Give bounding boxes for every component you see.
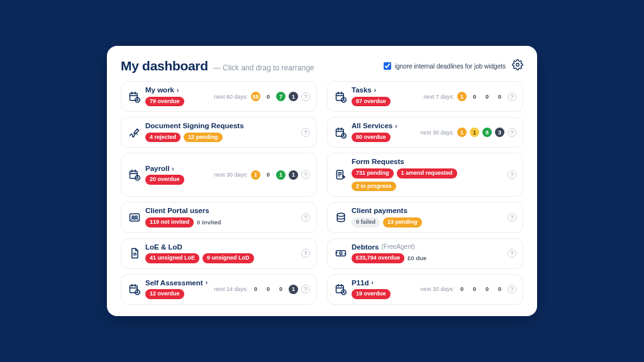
- status-pill[interactable]: 80 overdue: [352, 133, 391, 143]
- page-title: My dashboard: [121, 58, 208, 74]
- stat-chip[interactable]: 0: [495, 92, 504, 101]
- status-pill[interactable]: 13 pending: [383, 217, 422, 228]
- widget-body: My work›79 overdue: [145, 87, 210, 106]
- help-icon[interactable]: ?: [508, 249, 516, 258]
- stat-chip[interactable]: 0: [264, 170, 273, 180]
- ignore-deadlines-toggle[interactable]: ignore internal deadlines for job widget…: [384, 62, 506, 70]
- widget-pills: 87 overdue: [352, 97, 419, 107]
- ignore-deadlines-label: ignore internal deadlines for job widget…: [395, 63, 506, 70]
- widget-p11d[interactable]: P11d›19 overduenext 30 days:0000?: [327, 274, 523, 305]
- stat-chip[interactable]: 7: [276, 92, 286, 101]
- stat-chip[interactable]: 1: [251, 170, 260, 180]
- stat-chip[interactable]: 0: [470, 285, 479, 294]
- widget-loe-lod[interactable]: LoE & LoD41 unsigned LoE9 unsigned LoD?: [121, 238, 317, 269]
- status-pill[interactable]: 12 overdue: [145, 289, 184, 299]
- widget-right: ?: [508, 170, 516, 179]
- stat-chip[interactable]: 1: [289, 285, 298, 294]
- status-pill[interactable]: 0 failed: [352, 217, 380, 228]
- stat-chip[interactable]: 0: [264, 285, 273, 294]
- stat-chip[interactable]: 0: [276, 285, 286, 294]
- stat-chip[interactable]: 1: [457, 92, 467, 101]
- widget-body: All Services›80 overdue: [352, 123, 416, 142]
- widget-debtors[interactable]: Debtors(FreeAgent)£33,794 overdue£0 due?: [327, 238, 523, 269]
- stat-chip[interactable]: 0: [482, 285, 492, 294]
- widget-all-services[interactable]: All Services›80 overduenext 30 days:1183…: [327, 117, 523, 148]
- help-icon[interactable]: ?: [508, 213, 516, 222]
- help-icon[interactable]: ?: [301, 213, 310, 222]
- widget-right: next 30 days:0000?: [420, 285, 516, 294]
- help-icon[interactable]: ?: [301, 249, 310, 258]
- status-pill[interactable]: 87 overdue: [352, 97, 391, 107]
- stat-chip[interactable]: 1: [276, 170, 286, 180]
- widget-body: Self Assessment›12 overdue: [145, 280, 210, 299]
- help-icon[interactable]: ?: [508, 92, 516, 101]
- widget-title-row[interactable]: Payroll›: [145, 165, 210, 173]
- widget-my-work[interactable]: My work›79 overduenext 60 days:58071?: [121, 81, 317, 112]
- calendar-clock-icon: [128, 283, 142, 295]
- widget-right: ?: [301, 128, 310, 137]
- status-pill[interactable]: 79 overdue: [145, 97, 184, 107]
- widget-client-portal-users[interactable]: Client Portal users119 not invited0 invi…: [121, 202, 317, 233]
- stat-chip[interactable]: 0: [264, 92, 273, 101]
- gear-icon[interactable]: [512, 59, 523, 73]
- stats-label: next 30 days:: [214, 172, 248, 178]
- help-icon[interactable]: ?: [508, 170, 516, 179]
- stat-chip[interactable]: 0: [457, 285, 467, 294]
- status-pill[interactable]: 4 rejected: [145, 133, 180, 143]
- help-icon[interactable]: ?: [301, 285, 310, 293]
- status-pill[interactable]: 1 amend requested: [397, 168, 457, 178]
- status-pill[interactable]: 41 unsigned LoE: [145, 253, 199, 263]
- widget-right: next 14 days:0001?: [214, 285, 310, 294]
- widget-pills: 0 failed13 pending: [352, 217, 504, 228]
- help-icon[interactable]: ?: [301, 170, 310, 179]
- ignore-deadlines-checkbox[interactable]: [384, 62, 391, 70]
- chevron-right-icon: ›: [206, 280, 208, 286]
- stat-chip[interactable]: 3: [495, 128, 504, 137]
- help-icon[interactable]: ?: [508, 285, 516, 293]
- widget-client-payments[interactable]: Client payments0 failed13 pending?: [327, 202, 523, 233]
- widget-title-row[interactable]: Self Assessment›: [145, 280, 210, 287]
- status-pill[interactable]: 9 unsigned LoD: [203, 253, 254, 263]
- status-pill[interactable]: 731 pending: [352, 168, 394, 178]
- widget-title-row[interactable]: All Services›: [352, 123, 416, 130]
- status-pill[interactable]: 19 overdue: [352, 289, 391, 299]
- stat-chip[interactable]: 0: [482, 92, 492, 101]
- stat-chip[interactable]: 58: [251, 92, 260, 101]
- stat-chip[interactable]: 0: [251, 285, 260, 294]
- stat-chip[interactable]: 1: [470, 128, 479, 137]
- widget-title-row[interactable]: P11d›: [352, 280, 416, 287]
- document-icon: [128, 247, 142, 260]
- stat-chip[interactable]: 8: [482, 128, 492, 137]
- help-icon[interactable]: ?: [508, 128, 516, 137]
- stats-label: next 30 days:: [420, 129, 454, 136]
- widget-self-assessment[interactable]: Self Assessment›12 overduenext 14 days:0…: [121, 274, 317, 305]
- status-pill[interactable]: 20 overdue: [145, 175, 184, 185]
- widget-right: next 30 days:1183?: [420, 128, 516, 137]
- calendar-clock-icon: [128, 90, 142, 103]
- status-pill[interactable]: 2 in progress: [352, 182, 396, 192]
- status-pill[interactable]: 12 pending: [184, 133, 223, 143]
- stat-chip[interactable]: 1: [289, 170, 298, 180]
- widget-doc-signing[interactable]: Document Signing Requests4 rejected12 pe…: [121, 117, 317, 148]
- widget-right: next 60 days:58071?: [214, 92, 310, 101]
- stat-chip[interactable]: 1: [289, 92, 298, 101]
- widget-title-row: Client payments: [352, 207, 504, 215]
- help-icon[interactable]: ?: [301, 128, 310, 137]
- stats-label: next 7 days:: [423, 94, 454, 100]
- stat-chip[interactable]: 0: [495, 285, 504, 294]
- widget-title-row[interactable]: My work›: [145, 87, 210, 94]
- signature-icon: [128, 126, 142, 139]
- widget-right: next 30 days:1011?: [214, 170, 310, 180]
- widget-title-suffix: (FreeAgent): [381, 244, 414, 250]
- widget-title-row[interactable]: Tasks›: [352, 87, 419, 94]
- stat-chip[interactable]: 0: [470, 92, 479, 101]
- status-pill[interactable]: 119 not invited: [145, 217, 194, 228]
- widget-title-row: LoE & LoD: [145, 244, 297, 251]
- stat-chip[interactable]: 1: [457, 128, 467, 137]
- widget-payroll[interactable]: Payroll›20 overduenext 30 days:1011?: [121, 153, 317, 197]
- widget-right: ?: [508, 249, 516, 258]
- widget-tasks[interactable]: Tasks›87 overduenext 7 days:1000?: [327, 81, 523, 112]
- help-icon[interactable]: ?: [301, 92, 310, 101]
- widget-form-requests[interactable]: Form Requests731 pending1 amend requeste…: [327, 153, 523, 197]
- status-pill[interactable]: £33,794 overdue: [352, 253, 404, 263]
